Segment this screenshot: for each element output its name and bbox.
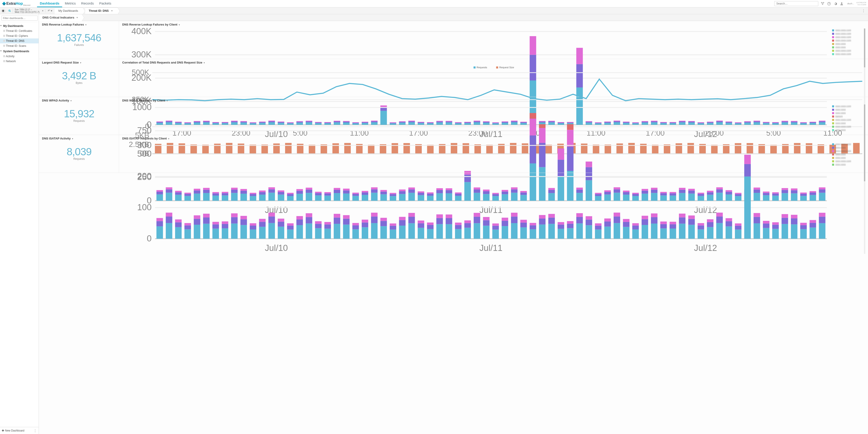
sidebar-item-scans[interactable]: Threat ID: Scans <box>0 44 39 48</box>
sidebar-item-ciphers[interactable]: Threat ID: Ciphers <box>0 33 39 38</box>
svg-rect-593 <box>240 216 247 219</box>
svg-rect-732 <box>679 224 685 239</box>
svg-rect-720 <box>642 225 648 239</box>
new-dashboard-button[interactable]: ✚New Dashboard <box>2 429 24 432</box>
svg-rect-766 <box>781 218 788 224</box>
svg-rect-733 <box>679 218 685 224</box>
svg-rect-630 <box>362 227 368 239</box>
svg-rect-675 <box>501 226 508 239</box>
time-range-picker[interactable]: Sun 7/09-12:17 – Wed 7/12-16:15 (UTC-7) <box>13 8 41 13</box>
live-toggle[interactable] <box>1 9 5 13</box>
svg-rect-601 <box>269 216 275 223</box>
region-title[interactable]: DNS Critical Indicators▼ <box>39 14 82 21</box>
svg-rect-685 <box>530 225 536 229</box>
stat-title[interactable]: DNS Reverse Lookup Failures▼ <box>42 23 116 26</box>
nav-records[interactable]: Records <box>79 0 96 7</box>
svg-rect-639 <box>390 230 396 239</box>
secondary-bar: Sun 7/09-12:17 – Wed 7/12-16:15 (UTC-7) … <box>0 7 868 14</box>
svg-rect-748 <box>726 221 732 227</box>
svg-rect-726 <box>660 228 667 239</box>
history-back-button[interactable]: ↶ ▾ <box>45 9 55 12</box>
sidebar-group-system[interactable]: System Dashboards <box>0 48 39 54</box>
svg-rect-591 <box>240 225 247 239</box>
svg-rect-718 <box>632 226 639 229</box>
svg-text:300K: 300K <box>131 50 152 59</box>
chart-canvas[interactable]: 0100200300Jul/10Jul/11Jul/12 <box>122 142 830 254</box>
top-header: ExtraHop Discover Dashboards Metrics Rec… <box>0 0 868 7</box>
svg-rect-740 <box>698 223 704 225</box>
svg-text:500K: 500K <box>132 69 149 77</box>
svg-rect-693 <box>558 229 564 239</box>
svg-rect-721 <box>642 219 648 225</box>
svg-rect-636 <box>380 226 387 239</box>
sidebar-item-dns[interactable]: Threat ID: DNS <box>0 38 39 44</box>
chart-title[interactable]: Correlation of Total DNS Requests and DN… <box>122 61 865 64</box>
chart-title[interactable]: DNS WPAD Requests by Client▼ <box>122 99 865 102</box>
zoom-icon[interactable] <box>7 9 13 12</box>
svg-text:400K: 400K <box>131 28 152 36</box>
svg-rect-586 <box>222 224 228 228</box>
sidebar-menu-icon[interactable]: ⋮ <box>33 429 37 433</box>
username-label: dtuch… <box>846 2 854 5</box>
svg-rect-765 <box>781 224 788 239</box>
svg-rect-730 <box>670 224 676 229</box>
svg-rect-567 <box>166 223 173 239</box>
svg-rect-621 <box>334 224 340 239</box>
chart-legend: Requests Request Size <box>122 66 865 69</box>
chart-title[interactable]: DNS Reverse Lookup Failures by Client▼ <box>122 23 865 26</box>
stat-title[interactable]: DNS WPAD Activity▼ <box>42 99 116 102</box>
stat-unit: Failures <box>42 44 116 47</box>
stat-title[interactable]: DNS ISATAP Activity▼ <box>42 137 116 140</box>
dashboard-sidebar: My Dashboards Threat ID: Certificates Th… <box>0 14 39 434</box>
svg-rect-622 <box>334 218 340 224</box>
global-search-input[interactable] <box>774 1 818 6</box>
breadcrumb-root[interactable]: My Dashboards <box>55 7 83 14</box>
svg-rect-583 <box>212 225 219 229</box>
svg-rect-727 <box>660 224 667 228</box>
svg-rect-569 <box>166 213 173 216</box>
sidebar-item-activity[interactable]: Activity <box>0 54 39 59</box>
svg-rect-714 <box>623 227 629 239</box>
page-menu-icon[interactable]: ⋮ <box>859 8 868 13</box>
sidebar-item-network[interactable]: Network <box>0 59 39 64</box>
stat-unit: Requests <box>42 157 116 161</box>
gear-icon[interactable] <box>833 2 837 6</box>
chart-title[interactable]: DNS ISATAP Requests by Client▼ <box>122 137 865 140</box>
nav-packets[interactable]: Packets <box>96 0 114 7</box>
svg-rect-616 <box>315 224 322 228</box>
svg-rect-778 <box>819 216 826 223</box>
svg-rect-650 <box>418 221 424 223</box>
svg-rect-637 <box>380 221 387 226</box>
svg-rect-689 <box>539 215 546 219</box>
svg-rect-667 <box>474 217 480 223</box>
svg-rect-599 <box>259 219 266 222</box>
user-icon[interactable] <box>840 2 844 6</box>
svg-rect-603 <box>278 227 284 239</box>
sidebar-item-certificates[interactable]: Threat ID: Certificates <box>0 28 39 33</box>
nav-dashboards[interactable]: Dashboards <box>37 0 62 7</box>
svg-rect-653 <box>427 223 434 225</box>
brand-logo[interactable]: ExtraHop Discover <box>1 1 33 6</box>
svg-rect-744 <box>716 223 723 239</box>
svg-rect-631 <box>362 223 368 227</box>
main-area: My Dashboards Threat ID: Certificates Th… <box>0 14 868 434</box>
svg-rect-680 <box>511 213 518 216</box>
caret-down-icon[interactable]: ▼ <box>41 10 45 12</box>
sidebar-group-my[interactable]: My Dashboards <box>0 23 39 28</box>
svg-rect-697 <box>567 224 574 228</box>
svg-rect-605 <box>278 219 284 222</box>
stat-title[interactable]: Largest DNS Request Size▼ <box>42 61 116 64</box>
svg-rect-576 <box>194 225 200 239</box>
svg-rect-741 <box>707 227 713 239</box>
svg-rect-651 <box>427 229 434 239</box>
nav-metrics[interactable]: Metrics <box>62 0 79 7</box>
svg-rect-736 <box>688 219 695 225</box>
svg-rect-764 <box>772 222 779 225</box>
help-icon[interactable] <box>827 2 831 6</box>
filter-dashboards-input[interactable] <box>1 16 38 21</box>
graph-icon[interactable] <box>820 2 825 6</box>
svg-rect-643 <box>399 220 406 226</box>
svg-rect-648 <box>418 228 424 239</box>
svg-rect-638 <box>380 218 387 221</box>
breadcrumb-current[interactable]: Threat ID: DNS▼ <box>85 7 118 14</box>
